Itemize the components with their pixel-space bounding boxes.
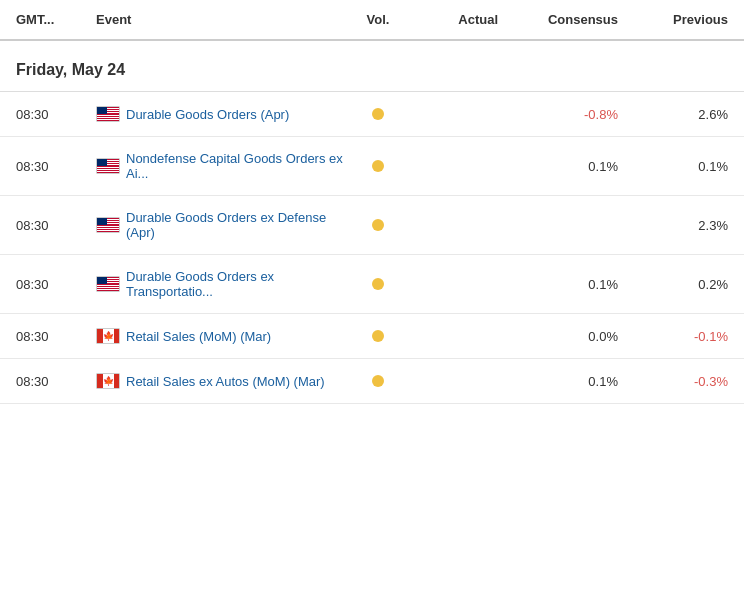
volatility-dot: [372, 160, 384, 172]
table-row: 08:30Durable Goods Orders ex Defense (Ap…: [0, 196, 744, 255]
consensus-cell: 0.1%: [508, 159, 628, 174]
country-flag-us: [96, 158, 120, 174]
volatility-cell: [348, 278, 408, 290]
event-name: Durable Goods Orders ex Transportatio...: [126, 269, 348, 299]
event-name: Retail Sales (MoM) (Mar): [126, 329, 271, 344]
table-row: 08:30Nondefense Capital Goods Orders ex …: [0, 137, 744, 196]
country-flag-us: [96, 217, 120, 233]
volatility-dot: [372, 219, 384, 231]
country-flag-ca: 🍁: [96, 373, 120, 389]
volatility-dot: [372, 330, 384, 342]
table-header: GMT... Event Vol. Actual Consensus Previ…: [0, 0, 744, 41]
volatility-cell: [348, 375, 408, 387]
previous-cell: -0.3%: [628, 374, 728, 389]
event-name: Durable Goods Orders ex Defense (Apr): [126, 210, 348, 240]
previous-cell: 2.6%: [628, 107, 728, 122]
volatility-cell: [348, 330, 408, 342]
time-cell: 08:30: [16, 329, 96, 344]
event-cell[interactable]: 🍁Retail Sales (MoM) (Mar): [96, 328, 348, 344]
country-flag-ca: 🍁: [96, 328, 120, 344]
header-consensus: Consensus: [508, 12, 628, 27]
time-cell: 08:30: [16, 107, 96, 122]
event-name: Durable Goods Orders (Apr): [126, 107, 289, 122]
country-flag-us: [96, 106, 120, 122]
event-cell[interactable]: 🍁Retail Sales ex Autos (MoM) (Mar): [96, 373, 348, 389]
volatility-cell: [348, 160, 408, 172]
time-cell: 08:30: [16, 159, 96, 174]
volatility-dot: [372, 108, 384, 120]
time-cell: 08:30: [16, 277, 96, 292]
data-rows-container: 08:30Durable Goods Orders (Apr)-0.8%2.6%…: [0, 92, 744, 404]
event-cell[interactable]: Durable Goods Orders ex Defense (Apr): [96, 210, 348, 240]
volatility-dot: [372, 278, 384, 290]
consensus-cell: 0.0%: [508, 329, 628, 344]
previous-cell: -0.1%: [628, 329, 728, 344]
event-cell[interactable]: Nondefense Capital Goods Orders ex Ai...: [96, 151, 348, 181]
table-row: 08:30Durable Goods Orders (Apr)-0.8%2.6%: [0, 92, 744, 137]
country-flag-us: [96, 276, 120, 292]
header-previous: Previous: [628, 12, 728, 27]
previous-cell: 2.3%: [628, 218, 728, 233]
event-name: Retail Sales ex Autos (MoM) (Mar): [126, 374, 325, 389]
consensus-cell: 0.1%: [508, 374, 628, 389]
table-row: 08:30🍁Retail Sales ex Autos (MoM) (Mar)0…: [0, 359, 744, 404]
time-cell: 08:30: [16, 218, 96, 233]
header-actual: Actual: [408, 12, 508, 27]
consensus-cell: 0.1%: [508, 277, 628, 292]
volatility-dot: [372, 375, 384, 387]
section-date-header: Friday, May 24: [0, 41, 744, 92]
economic-calendar-table: GMT... Event Vol. Actual Consensus Previ…: [0, 0, 744, 404]
header-event: Event: [96, 12, 348, 27]
previous-cell: 0.1%: [628, 159, 728, 174]
previous-cell: 0.2%: [628, 277, 728, 292]
consensus-cell: -0.8%: [508, 107, 628, 122]
header-vol: Vol.: [348, 12, 408, 27]
table-row: 08:30🍁Retail Sales (MoM) (Mar)0.0%-0.1%: [0, 314, 744, 359]
volatility-cell: [348, 219, 408, 231]
volatility-cell: [348, 108, 408, 120]
event-name: Nondefense Capital Goods Orders ex Ai...: [126, 151, 348, 181]
time-cell: 08:30: [16, 374, 96, 389]
table-row: 08:30Durable Goods Orders ex Transportat…: [0, 255, 744, 314]
event-cell[interactable]: Durable Goods Orders (Apr): [96, 106, 348, 122]
header-gmt: GMT...: [16, 12, 96, 27]
event-cell[interactable]: Durable Goods Orders ex Transportatio...: [96, 269, 348, 299]
